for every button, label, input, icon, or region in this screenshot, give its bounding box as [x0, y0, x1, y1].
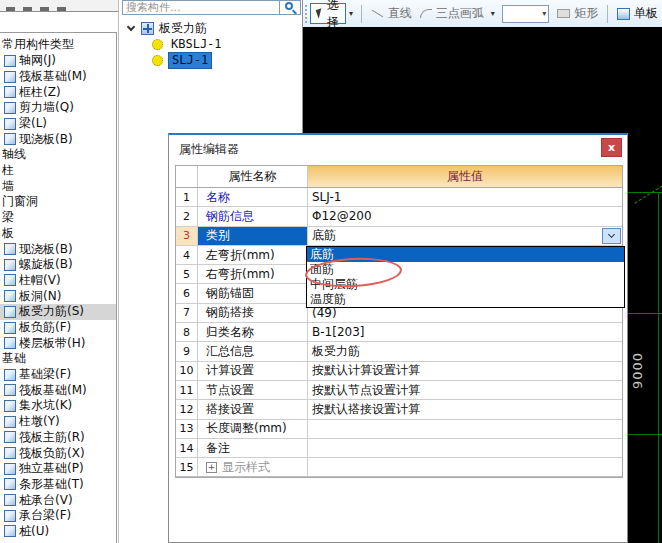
- sidebar-item[interactable]: 现浇板(B): [0, 131, 116, 147]
- sidebar-section[interactable]: 基础: [0, 351, 116, 367]
- sidebar-item-label: 柱: [2, 163, 14, 177]
- property-value[interactable]: SLJ-1: [308, 188, 622, 206]
- dropdown-option[interactable]: 温度筋: [307, 292, 624, 307]
- sidebar-item[interactable]: 现浇板(B): [0, 241, 116, 257]
- single-slab-tool-button[interactable]: 单板: [617, 5, 658, 22]
- strip-foundation-icon: [4, 478, 16, 490]
- single-slab-tool-label: 单板: [634, 5, 658, 22]
- property-row[interactable]: 3类别底筋: [176, 227, 622, 246]
- property-row[interactable]: 12搭接设置按默认搭接设置计算: [176, 400, 622, 419]
- tree-root-slab-rebar[interactable]: 板受力筋: [119, 20, 302, 36]
- sidebar-item-label: 基础: [2, 351, 26, 365]
- property-value[interactable]: 底筋: [308, 227, 622, 245]
- sidebar-item[interactable]: 板洞(N): [0, 288, 116, 304]
- expand-icon[interactable]: +: [206, 462, 217, 473]
- property-row[interactable]: 8归类名称B-1[203]: [176, 323, 622, 342]
- sidebar-item[interactable]: 楼层板带(H): [0, 335, 116, 351]
- sidebar-item-label: 现浇板(B): [19, 241, 73, 258]
- property-row[interactable]: 9汇总信息板受力筋: [176, 342, 622, 361]
- pile-icon: [4, 525, 16, 537]
- sidebar-section[interactable]: 板: [0, 226, 116, 242]
- sidebar-item-label: 筏板负筋(X): [19, 445, 85, 462]
- tree-item[interactable]: SLJ-1: [119, 52, 302, 68]
- property-value[interactable]: [308, 439, 622, 457]
- property-table: 属性名称 属性值 1名称SLJ-12钢筋信息Φ12@2003类别底筋4左弯折(m…: [175, 165, 623, 478]
- dimension-label: 9000: [630, 349, 645, 393]
- sidebar-item[interactable]: 轴网(J): [0, 53, 116, 69]
- arc-tool-button[interactable]: 三点画弧: [420, 5, 484, 22]
- row-index: 13: [176, 420, 198, 438]
- property-row[interactable]: 10计算设置按默认计算设置计算: [176, 362, 622, 381]
- chevron-down-icon[interactable]: [127, 22, 135, 30]
- property-value[interactable]: 按默认节点设置计算: [308, 381, 622, 399]
- pile-cap-icon: [4, 494, 16, 506]
- property-name: 节点设置: [198, 381, 308, 399]
- property-value[interactable]: 板受力筋: [308, 342, 622, 360]
- select-tool-button[interactable]: 选择: [310, 3, 346, 24]
- search-button[interactable]: [280, 0, 301, 15]
- property-row[interactable]: 13长度调整(mm): [176, 420, 622, 439]
- spiral-slab-icon: [4, 259, 16, 271]
- sidebar-item[interactable]: 柱帽(V): [0, 273, 116, 289]
- property-value[interactable]: 按默认搭接设置计算: [308, 400, 622, 418]
- sidebar-section[interactable]: 柱: [0, 163, 116, 179]
- row-index: 1: [176, 188, 198, 206]
- sidebar-item-label: 现浇板(B): [19, 131, 73, 148]
- property-name: 钢筋信息: [198, 207, 308, 225]
- sidebar-item[interactable]: 桩(U): [0, 524, 116, 540]
- arc-tool-label: 三点画弧: [436, 5, 484, 22]
- close-button[interactable]: x: [601, 138, 622, 157]
- sidebar-item[interactable]: 集水坑(K): [0, 398, 116, 414]
- rectangle-tool-button[interactable]: 矩形: [557, 5, 598, 22]
- sidebar-item[interactable]: 剪力墙(Q): [0, 100, 116, 116]
- sidebar-item[interactable]: 螺旋板(B): [0, 257, 116, 273]
- tree-item[interactable]: KBSLJ-1: [119, 36, 302, 52]
- toolbar-grip[interactable]: [305, 5, 307, 23]
- property-row[interactable]: 11节点设置按默认节点设置计算: [176, 381, 622, 400]
- property-value[interactable]: 按默认计算设置计算: [308, 362, 622, 380]
- search-input[interactable]: [122, 0, 280, 15]
- sidebar-item[interactable]: 筏板主筋(R): [0, 430, 116, 446]
- arc-icon: [420, 9, 432, 18]
- sidebar-item[interactable]: 基础梁(F): [0, 367, 116, 383]
- combo-dropdown-button[interactable]: [602, 228, 621, 244]
- sidebar-section[interactable]: 门窗洞: [0, 194, 116, 210]
- property-row[interactable]: 15+显示样式: [176, 458, 622, 477]
- sidebar-item[interactable]: 承台梁(F): [0, 508, 116, 524]
- sidebar-item-label: 墙: [2, 179, 14, 193]
- sidebar-item-label: 板: [2, 226, 14, 240]
- property-value[interactable]: [308, 458, 622, 476]
- raft-negative-rebar-icon: [4, 447, 16, 459]
- sidebar-item[interactable]: 独立基础(P): [0, 461, 116, 477]
- sidebar-item[interactable]: 筏板基础(M): [0, 382, 116, 398]
- sidebar-item[interactable]: 桩承台(V): [0, 492, 116, 508]
- sidebar-item[interactable]: 框柱(Z): [0, 84, 116, 100]
- property-row[interactable]: 1名称SLJ-1: [176, 188, 622, 207]
- property-name: 计算设置: [198, 362, 308, 380]
- select-tool-caret[interactable]: ▾: [346, 9, 356, 18]
- property-value[interactable]: [308, 420, 622, 438]
- line-tool-button[interactable]: 直线: [371, 5, 412, 22]
- property-row[interactable]: 14备注: [176, 439, 622, 458]
- property-row[interactable]: 2钢筋信息Φ12@200: [176, 207, 622, 226]
- row-index: 9: [176, 342, 198, 360]
- sidebar-section[interactable]: 墙: [0, 179, 116, 195]
- sidebar-item[interactable]: 板受力筋(S): [0, 304, 116, 320]
- sidebar-item[interactable]: 筏板基础(M): [0, 69, 116, 85]
- sidebar-item[interactable]: 筏板负筋(X): [0, 445, 116, 461]
- property-value[interactable]: B-1[203]: [308, 323, 622, 341]
- slab-negative-rebar-icon: [4, 322, 16, 334]
- property-value[interactable]: Φ12@200: [308, 207, 622, 225]
- arc-tool-caret[interactable]: ▾: [488, 9, 498, 18]
- sidebar-section[interactable]: 梁: [0, 210, 116, 226]
- toolbar-combobox[interactable]: ▾: [502, 5, 550, 23]
- sidebar-section[interactable]: 轴线: [0, 147, 116, 163]
- slab-rebar-icon: [141, 22, 154, 35]
- sidebar-item[interactable]: 梁(L): [0, 116, 116, 132]
- sidebar-item[interactable]: 板负筋(F): [0, 320, 116, 336]
- sidebar-item[interactable]: 柱墩(Y): [0, 414, 116, 430]
- sidebar-item-label: 梁: [2, 210, 14, 224]
- tree-item-label: KBSLJ-1: [168, 37, 225, 52]
- property-name: 右弯折(mm): [198, 265, 308, 283]
- sidebar-item[interactable]: 条形基础(T): [0, 477, 116, 493]
